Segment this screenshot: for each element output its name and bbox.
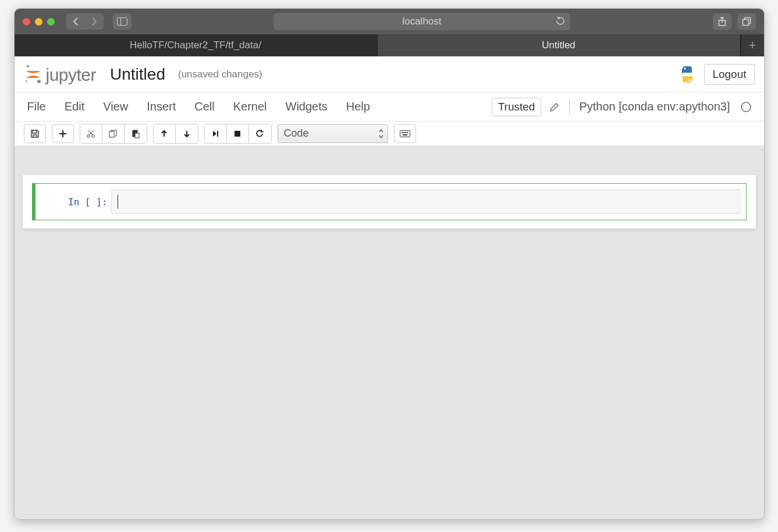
save-button[interactable] — [24, 124, 46, 143]
jupyter-logo-text: jupyter — [46, 65, 97, 85]
address-bar-text: localhost — [402, 16, 441, 27]
share-icon — [718, 16, 726, 27]
close-window-button[interactable] — [23, 18, 30, 26]
menu-view[interactable]: View — [103, 100, 128, 113]
paste-button[interactable] — [125, 124, 147, 143]
trusted-badge[interactable]: Trusted — [492, 98, 542, 116]
svg-point-9 — [87, 134, 90, 137]
interrupt-button[interactable] — [227, 124, 249, 143]
python-logo-icon — [677, 65, 697, 84]
arrow-down-icon — [183, 130, 191, 138]
browser-titlebar: localhost — [15, 9, 764, 34]
reload-icon — [555, 16, 566, 26]
run-icon — [211, 130, 219, 138]
svg-rect-11 — [109, 131, 114, 137]
chevron-right-icon — [91, 17, 98, 26]
menu-help[interactable]: Help — [346, 100, 370, 113]
titlebar-right-buttons — [713, 13, 756, 30]
tabs-overview-button[interactable] — [737, 13, 756, 30]
svg-point-5 — [37, 80, 41, 83]
jupyter-logo[interactable]: jupyter — [24, 64, 97, 85]
arrow-up-icon — [160, 130, 168, 138]
browser-window: localhost — [14, 8, 765, 520]
svg-rect-17 — [402, 132, 403, 133]
save-icon — [30, 129, 40, 138]
svg-rect-3 — [743, 20, 748, 26]
zoom-window-button[interactable] — [47, 18, 55, 26]
move-cell-down-button[interactable] — [176, 124, 198, 143]
insert-cell-below-button[interactable] — [52, 124, 74, 143]
menu-file[interactable]: File — [27, 100, 46, 113]
restart-kernel-button[interactable] — [249, 124, 271, 143]
browser-tab-title: Untitled — [542, 40, 575, 51]
cell-code-input[interactable] — [111, 190, 740, 214]
share-button[interactable] — [713, 13, 731, 30]
svg-rect-21 — [403, 134, 407, 135]
chevron-left-icon — [72, 17, 79, 26]
copy-icon — [108, 129, 118, 138]
svg-point-4 — [27, 65, 29, 67]
jupyter-header: jupyter Untitled (unsaved changes) Logou… — [15, 56, 764, 92]
plus-icon — [58, 129, 68, 138]
run-button[interactable] — [205, 124, 227, 143]
restart-icon — [255, 129, 264, 138]
svg-rect-18 — [403, 132, 404, 133]
sidebar-toggle-button[interactable] — [113, 13, 132, 30]
svg-rect-20 — [407, 132, 408, 133]
kernel-idle-indicator — [741, 102, 751, 112]
svg-point-6 — [25, 80, 27, 82]
pencil-icon — [549, 102, 560, 112]
new-tab-button[interactable]: + — [741, 34, 764, 56]
edit-notebook-metadata-button[interactable] — [549, 102, 560, 112]
paste-icon — [131, 129, 140, 138]
save-status: (unsaved changes) — [178, 69, 262, 80]
menu-edit[interactable]: Edit — [65, 100, 84, 113]
svg-rect-0 — [117, 18, 127, 26]
minimize-window-button[interactable] — [35, 18, 42, 26]
browser-tab-title: HelloTF/Chapter2_TF/tf_data/ — [130, 40, 261, 51]
svg-rect-14 — [217, 131, 218, 137]
menu-cell[interactable]: Cell — [194, 100, 214, 113]
jupyter-toolbar: Code — [15, 122, 764, 146]
window-controls — [23, 18, 55, 26]
browser-tabstrip: HelloTF/Chapter2_TF/tf_data/ Untitled + — [15, 34, 764, 56]
svg-rect-19 — [405, 132, 406, 133]
plus-icon: + — [749, 38, 756, 53]
sidebar-icon — [117, 17, 127, 26]
text-caret — [118, 195, 118, 209]
browser-tab[interactable]: Untitled — [378, 34, 741, 56]
move-cell-up-button[interactable] — [154, 124, 176, 143]
back-button[interactable] — [66, 13, 85, 30]
jupyter-menubar: File Edit View Insert Cell Kernel Widget… — [15, 92, 764, 122]
copy-button[interactable] — [102, 124, 125, 143]
cell-input-prompt: In [ ]: — [41, 190, 111, 214]
cell-type-select[interactable]: Code — [278, 124, 388, 143]
svg-rect-15 — [235, 131, 240, 137]
svg-rect-13 — [135, 133, 139, 138]
stop-icon — [233, 130, 241, 138]
browser-tab[interactable]: HelloTF/Chapter2_TF/tf_data/ — [15, 34, 378, 56]
keyboard-icon — [400, 130, 410, 137]
forward-button[interactable] — [85, 13, 104, 30]
scissors-icon — [86, 129, 95, 138]
svg-point-7 — [684, 67, 686, 69]
notebook-container: In [ ]: — [23, 175, 756, 228]
command-palette-button[interactable] — [394, 124, 416, 143]
menu-widgets[interactable]: Widgets — [286, 100, 328, 113]
jupyter-logo-icon — [24, 64, 42, 85]
svg-point-10 — [92, 134, 95, 137]
reload-button[interactable] — [555, 16, 566, 26]
code-cell[interactable]: In [ ]: — [32, 183, 747, 220]
cut-button[interactable] — [80, 124, 102, 143]
kernel-name[interactable]: Python [conda env:apython3] — [579, 100, 730, 113]
nav-buttons — [66, 13, 104, 30]
notebook-title[interactable]: Untitled — [110, 65, 165, 84]
svg-rect-16 — [400, 130, 410, 137]
menu-insert[interactable]: Insert — [147, 100, 176, 113]
select-arrows-icon — [378, 128, 384, 140]
menu-kernel[interactable]: Kernel — [233, 100, 267, 113]
logout-button[interactable]: Logout — [704, 64, 754, 85]
cell-type-value: Code — [284, 127, 309, 140]
address-bar[interactable]: localhost — [273, 13, 570, 30]
notebook-scroll-area[interactable]: In [ ]: — [15, 146, 764, 519]
